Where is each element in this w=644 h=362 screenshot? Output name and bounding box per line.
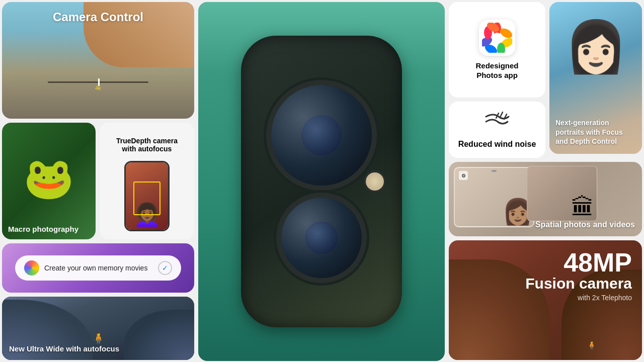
portrait-face: 👩🏻 — [565, 17, 627, 76]
memory-text: Create your own memory movies — [44, 264, 153, 272]
macro-label: Macro photography — [8, 225, 78, 233]
svg-point-8 — [492, 33, 502, 43]
camera-control-tile: Camera Control 4k — [2, 2, 194, 119]
portrait-label: Next-generation portraits with Focus and… — [555, 118, 636, 146]
lens-housing — [241, 36, 402, 327]
camera-control-title: Camera Control — [53, 10, 143, 24]
photos-app-line2: Photos app — [475, 70, 518, 80]
camera-slider: 4k — [48, 81, 148, 91]
frog-icon: 🐸 — [24, 155, 74, 202]
mp48-tile: 🧍 48MP Fusion camera with 2x Telephoto — [449, 240, 642, 360]
photos-app-tile: Redesigned Photos app — [449, 2, 545, 98]
truedepth-tile: TrueDepth camera with autofocus 👩🏾‍🦱 — [100, 123, 194, 239]
memory-checkmark-icon: ✓ — [158, 261, 172, 275]
mp-number: 48MP — [525, 250, 632, 275]
wind-icon — [484, 111, 511, 138]
main-camera-tile — [198, 2, 445, 361]
phone-mockup: 👩🏾‍🦱 — [124, 161, 170, 231]
spatial-label: Spatial photos and videos — [535, 220, 635, 229]
svg-line-10 — [500, 112, 503, 117]
wind-noise-label: Reduced wind noise — [458, 140, 536, 149]
photos-flower-svg — [482, 23, 512, 53]
main-lens-top — [271, 85, 372, 186]
wind-noise-tile: Reduced wind noise — [449, 102, 545, 158]
flash-dot — [366, 172, 384, 191]
focus-rect — [133, 182, 160, 215]
spatial-tile: 👩🏽 ⚙ 🏛 Spatial photos and videos — [449, 162, 642, 236]
memory-orb-icon — [24, 260, 39, 276]
memory-input-bar[interactable]: Create your own memory movies ✓ — [15, 255, 181, 281]
ultrawide-tile: 🧍 New Ultra Wide with autofocus — [2, 297, 194, 360]
photos-app-line1: Redesigned — [475, 61, 518, 71]
portrait-tile: 👩🏻 Next-generation portraits with Focus … — [549, 2, 642, 154]
ultrawide-label: New Ultra Wide with autofocus — [9, 344, 119, 353]
truedepth-line2: with autofocus — [116, 145, 178, 153]
mp-fusion: Fusion camera — [525, 275, 632, 292]
memory-tile: Create your own memory movies ✓ — [2, 243, 194, 293]
truedepth-line1: TrueDepth camera — [116, 130, 178, 145]
photos-app-icon — [479, 20, 515, 56]
spatial-tablet: 👩🏽 ⚙ — [454, 167, 534, 227]
mp-sub: with 2x Telephoto — [525, 294, 632, 302]
main-lens-bottom — [281, 198, 362, 278]
macro-tile: 🐸 Macro photography — [2, 123, 96, 239]
